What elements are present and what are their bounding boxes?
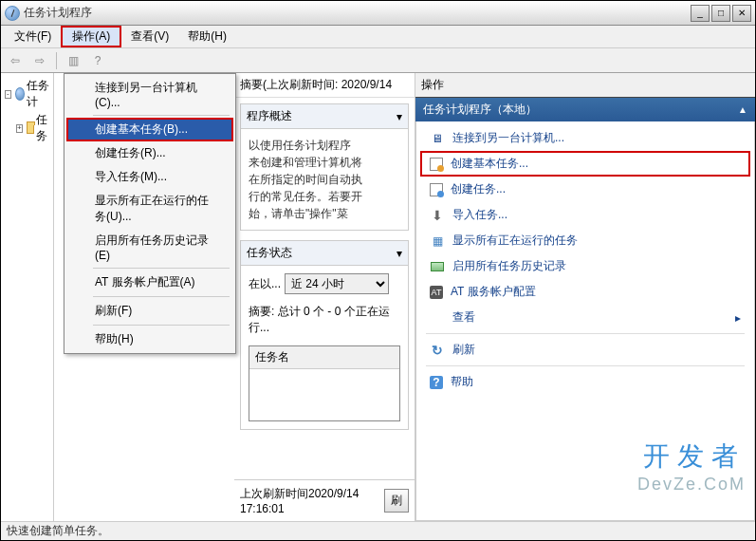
tree-root-label: 任务计 — [27, 78, 49, 110]
menu-separator — [93, 268, 230, 269]
action-create-task[interactable]: 创建任务... — [420, 177, 750, 202]
menu-view[interactable]: 查看(V) — [121, 26, 178, 47]
menu-item-at-account[interactable]: AT 服务帐户配置(A) — [66, 270, 233, 294]
main-content: - 任务计 + 任务 连接到另一台计算机(C)... 创建基本任务(B)... … — [1, 73, 755, 521]
action-label: 显示所有正在运行的任务 — [452, 233, 578, 249]
minimize-button[interactable]: _ — [691, 5, 710, 22]
action-connect-computer[interactable]: 🖥 连接到另一台计算机... — [420, 125, 750, 151]
app-icon — [5, 6, 20, 21]
menu-separator — [93, 325, 230, 326]
basic-task-icon — [430, 158, 443, 171]
menu-file[interactable]: 文件(F) — [5, 26, 61, 47]
menu-item-show-running[interactable]: 显示所有正在运行的任务(U)... — [66, 189, 233, 229]
tree-root-node[interactable]: - 任务计 — [3, 77, 51, 111]
time-range-label: 在以... — [249, 276, 281, 292]
task-status-header-label: 任务状态 — [247, 245, 292, 261]
window-controls: _ □ ✕ — [691, 5, 751, 22]
action-label: 连接到另一台计算机... — [452, 130, 564, 146]
center-footer: 上次刷新时间2020/9/14 17:16:01 刷 — [234, 479, 415, 521]
center-summary-header: 摘要(上次刷新时间: 2020/9/14 — [234, 73, 415, 98]
toolbar-panel-button[interactable]: ▥ — [63, 51, 83, 70]
menu-item-enable-history[interactable]: 启用所有任务历史记录(E) — [66, 229, 233, 266]
chevron-up-icon: ▲ — [738, 104, 747, 115]
tree-child-node[interactable]: + 任务 — [3, 111, 51, 145]
maximize-button[interactable]: □ — [711, 5, 730, 22]
scheduler-icon — [15, 87, 25, 101]
action-label: 导入任务... — [452, 207, 507, 223]
overview-text: 以使用任务计划程序 来创建和管理计算机将 在所指定的时间自动执 行的常见任务。若… — [249, 137, 400, 222]
action-label: 创建任务... — [451, 181, 506, 197]
toolbar-help-button[interactable]: ? — [87, 51, 108, 70]
menu-action[interactable]: 操作(A) — [61, 26, 121, 47]
menu-item-connect[interactable]: 连接到另一台计算机(C)... — [66, 76, 233, 113]
action-separator — [426, 365, 745, 366]
status-summary-text: 摘要: 总计 0 个 - 0 个正在运行... — [249, 304, 400, 336]
overview-section: 程序概述 ▾ 以使用任务计划程序 来创建和管理计算机将 在所指定的时间自动执 行… — [240, 103, 409, 231]
action-create-basic-task[interactable]: 创建基本任务... — [420, 151, 750, 177]
toolbar-forward-button[interactable]: ⇨ — [29, 51, 50, 70]
overview-header-label: 程序概述 — [247, 108, 292, 124]
statusbar: 快速创建简单任务。 — [1, 521, 755, 540]
blank-icon — [430, 310, 445, 326]
menu-item-create-basic-task[interactable]: 创建基本任务(B)... — [66, 118, 233, 141]
enable-history-icon — [430, 259, 445, 274]
menu-item-import-task[interactable]: 导入任务(M)... — [66, 165, 233, 189]
window-title: 任务计划程序 — [24, 5, 691, 21]
computer-icon: 🖥 — [430, 131, 445, 146]
action-dropdown-menu: 连接到另一台计算机(C)... 创建基本任务(B)... 创建任务(R)... … — [64, 73, 236, 354]
action-label: 查看 — [452, 309, 475, 326]
task-status-header[interactable]: 任务状态 ▾ — [241, 241, 408, 266]
task-icon — [430, 183, 443, 196]
action-view-submenu[interactable]: 查看 ▸ — [420, 305, 750, 330]
action-label: 刷新 — [452, 342, 475, 358]
help-icon: ? — [430, 376, 443, 389]
center-body: 程序概述 ▾ 以使用任务计划程序 来创建和管理计算机将 在所指定的时间自动执 行… — [234, 98, 415, 479]
overview-body: 以使用任务计划程序 来创建和管理计算机将 在所指定的时间自动执 行的常见任务。若… — [241, 129, 408, 230]
menu-separator — [93, 296, 230, 297]
actions-list: 🖥 连接到另一台计算机... 创建基本任务... 创建任务... ⬇ 导入任务.… — [415, 121, 755, 521]
menu-separator — [93, 115, 230, 116]
menu-help[interactable]: 帮助(H) — [178, 26, 236, 47]
actions-panel: 操作 任务计划程序（本地） ▲ 🖥 连接到另一台计算机... 创建基本任务...… — [415, 73, 755, 521]
time-range-row: 在以... 近 24 小时 — [249, 273, 400, 294]
tree-child-label: 任务 — [36, 112, 49, 144]
task-list[interactable]: 任务名 — [249, 345, 400, 421]
tree-expander-icon[interactable]: - — [5, 90, 11, 99]
action-at-account-config[interactable]: AT AT 服务帐户配置 — [420, 279, 750, 305]
import-icon: ⬇ — [430, 208, 445, 223]
action-label: 启用所有任务历史记录 — [452, 258, 566, 274]
chevron-down-icon: ▾ — [396, 110, 402, 123]
menu-item-create-task[interactable]: 创建任务(R)... — [66, 141, 233, 165]
actions-subheader-label: 任务计划程序（本地） — [423, 102, 537, 118]
menubar: 文件(F) 操作(A) 查看(V) 帮助(H) — [1, 26, 755, 48]
task-name-column-header[interactable]: 任务名 — [249, 346, 399, 369]
toolbar-back-button[interactable]: ⇦ — [5, 51, 26, 70]
task-status-section: 任务状态 ▾ 在以... 近 24 小时 摘要: 总计 0 个 - 0 个正在运… — [240, 240, 409, 430]
time-range-select[interactable]: 近 24 小时 — [285, 273, 389, 294]
actions-panel-header: 操作 — [415, 73, 755, 98]
toolbar-separator — [56, 52, 57, 69]
tree-expander-icon[interactable]: + — [16, 124, 23, 133]
chevron-down-icon: ▾ — [396, 247, 402, 260]
last-refresh-time: 上次刷新时间2020/9/14 17:16:01 — [240, 486, 384, 515]
running-tasks-icon: ▦ — [430, 233, 445, 249]
at-service-icon: AT — [430, 286, 443, 299]
action-import-task[interactable]: ⬇ 导入任务... — [420, 202, 750, 228]
action-enable-history[interactable]: 启用所有任务历史记录 — [420, 253, 750, 279]
action-label: 创建基本任务... — [451, 156, 528, 172]
action-help[interactable]: ? 帮助 — [420, 369, 750, 395]
action-show-running-tasks[interactable]: ▦ 显示所有正在运行的任务 — [420, 228, 750, 253]
actions-panel-subheader[interactable]: 任务计划程序（本地） ▲ — [415, 98, 755, 121]
action-separator — [426, 333, 745, 334]
menu-item-help[interactable]: 帮助(H) — [66, 327, 233, 351]
close-button[interactable]: ✕ — [732, 5, 751, 22]
window-titlebar: 任务计划程序 _ □ ✕ — [1, 1, 755, 26]
refresh-button[interactable]: 刷 — [384, 489, 409, 513]
task-status-body: 在以... 近 24 小时 摘要: 总计 0 个 - 0 个正在运行... 任务… — [241, 266, 408, 429]
toolbar: ⇦ ⇨ ▥ ? — [1, 48, 755, 73]
overview-header[interactable]: 程序概述 ▾ — [241, 104, 408, 129]
action-refresh[interactable]: ↻ 刷新 — [420, 337, 750, 363]
action-label: AT 服务帐户配置 — [451, 284, 536, 300]
menu-item-refresh[interactable]: 刷新(F) — [66, 299, 233, 323]
statusbar-text: 快速创建简单任务。 — [7, 523, 109, 539]
